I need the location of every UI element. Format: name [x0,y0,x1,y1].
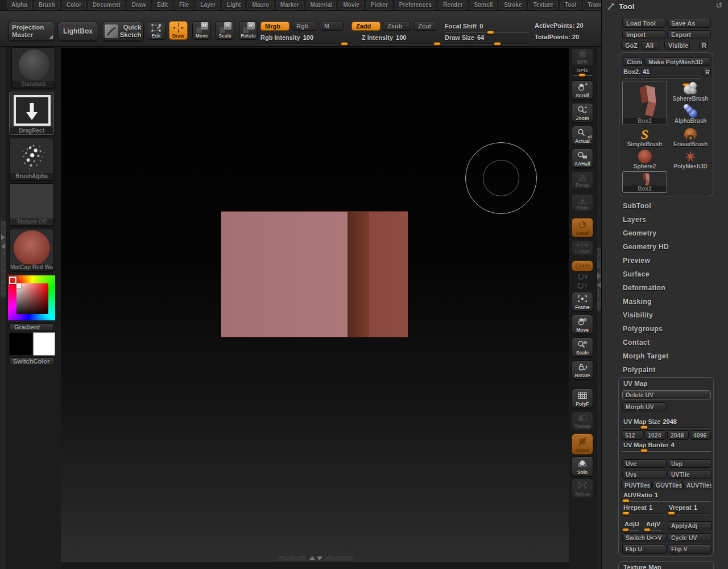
section-surface[interactable]: Surface [602,267,728,281]
floor-button[interactable]: Floor [572,194,593,212]
export-button[interactable]: Export [667,30,711,39]
auvtiles-button[interactable]: AUVTiles [683,481,712,489]
lightbox-button[interactable]: LightBox [57,22,98,41]
y-rotation-icon[interactable]: y [572,273,593,281]
uv-size-4096-button[interactable]: 4096 [690,430,711,440]
collapse-left-arrow-icon[interactable] [1,244,5,249]
menu-item-layer[interactable]: Layer [196,1,220,10]
make-polymesh3d-button[interactable]: Make PolyMesh3D [644,57,710,66]
texture-map-panel[interactable]: Texture Map [618,561,714,569]
section-polygroups[interactable]: Polygroups [602,322,728,336]
focal-shift-slider[interactable]: Focal Shift0 [445,23,529,31]
slider-knob[interactable] [640,449,648,452]
zcut-toggle[interactable]: Zcut [413,22,437,31]
collapse-left-arrow-icon[interactable] [597,282,601,288]
secondary-color-swatch[interactable] [34,333,55,355]
divider-texture[interactable] [325,556,353,560]
reset-icon[interactable]: ↺ [715,1,722,10]
spix-slider[interactable]: SPix [572,68,593,78]
mrgb-toggle[interactable]: Mrgb [260,22,289,31]
menu-item-edit[interactable]: Edit [152,1,172,10]
menu-item-draw[interactable]: Draw [127,1,150,10]
all-button[interactable]: All [642,41,659,50]
switch-uv-button[interactable]: Switch U<>V [622,533,667,542]
frame-button[interactable]: Frame [572,292,593,311]
current-stroke-dragrect[interactable]: DragRect [9,92,54,135]
scale-mode-button[interactable]: S Scale [216,21,234,40]
menu-item-macro[interactable]: Macro [247,1,273,10]
section-deformation[interactable]: Deformation [602,281,728,295]
right-divider-strip[interactable] [596,47,601,569]
local-button[interactable]: Local [572,218,593,237]
current-alpha-brushalpha[interactable]: BrushAlpha [9,138,54,180]
uvtile-button[interactable]: UVTile [668,470,712,479]
scroll-button[interactable]: Scroll [572,80,593,100]
adju-slider[interactable]: AdjU [624,521,639,527]
expand-right-arrow-icon[interactable] [1,234,5,240]
tool-thumbnail-sphere2[interactable]: Sphere2 [622,149,667,170]
hrepeat-slider[interactable]: Hrepeat1 [623,504,652,511]
zadd-toggle[interactable]: Zadd [351,22,380,31]
tool-thumbnail-box2-recent[interactable]: Box2 [622,171,667,193]
divider-texture[interactable] [1,221,6,298]
collapse-down-arrow-icon[interactable] [317,556,322,560]
box2-mesh[interactable] [221,211,408,337]
main-color-swatch[interactable] [9,333,32,355]
menu-item-tool[interactable]: Tool [560,1,581,10]
tool-thumbnail-polymesh3d[interactable]: PolyMesh3D [669,149,712,170]
canvas-bottom-divider[interactable] [61,555,569,561]
section-morph-target[interactable]: Morph Target [602,349,728,363]
draw-size-slider[interactable]: Draw Size64 [445,34,529,42]
cycle-uv-button[interactable]: Cycle UV [668,533,712,542]
morph-uv-button[interactable]: Morph UV [622,402,667,411]
current-tool-r-button[interactable]: R [702,68,711,76]
tool-thumbnail-simplebrush[interactable]: S SimpleBrush [622,126,667,148]
save-as-button[interactable]: Save As [667,19,711,28]
lsym-button[interactable]: L.Sym [572,241,593,255]
slider-knob[interactable] [622,499,630,502]
quick-sketch-button[interactable]: Quick Sketch [102,22,144,41]
uv-size-1024-button[interactable]: 1024 [644,430,666,440]
menu-item-file[interactable]: File [175,1,193,10]
rotate-mode-button[interactable]: R Rotate [239,21,258,40]
aahalf-button[interactable]: AAHalf [572,149,593,168]
bpr-button[interactable]: BPR [572,48,593,66]
persp-button[interactable]: Persp [572,171,593,189]
uvp-button[interactable]: Uvp [668,459,712,468]
menu-item-preferences[interactable]: Preferences [395,1,436,10]
zsub-toggle[interactable]: Zsub [383,22,411,31]
auvratio-slider[interactable]: AUVRatio1 [623,492,658,498]
switch-color-button[interactable]: SwitchColor [9,357,55,365]
uv-map-size-slider[interactable]: UV Map Size2048 [623,418,677,425]
draw-mode-button[interactable]: Draw [169,21,188,40]
section-contact[interactable]: Contact [602,336,728,349]
projection-master-button[interactable]: Projection Master [8,22,55,41]
color-selector-handle[interactable] [16,283,21,288]
uv-size-512-button[interactable]: 512 [622,430,643,440]
document-canvas[interactable] [61,48,569,562]
vrepeat-slider[interactable]: Vrepeat1 [669,504,697,511]
menu-item-stroke[interactable]: Stroke [499,1,526,10]
menu-item-render[interactable]: Render [439,1,467,10]
rgb-intensity-slider[interactable]: Rgb Intensity100 [260,34,351,42]
move-button[interactable]: Move [572,315,593,334]
divider-texture[interactable] [278,556,306,560]
menu-item-alpha[interactable]: Alpha [7,1,32,10]
applyadj-button[interactable]: ApplyAdj [668,521,712,530]
section-layers[interactable]: Layers [602,213,728,226]
edit-mode-button[interactable]: Edit [147,21,166,40]
solo-button[interactable]: Solo [572,456,593,476]
menu-item-stencil[interactable]: Stencil [470,1,498,10]
tool-thumbnail-box2-large[interactable]: Box2 [622,81,667,125]
section-preview[interactable]: Preview [602,254,728,267]
m-toggle[interactable]: M [320,22,344,31]
tool-thumbnail-spherebrush[interactable]: SphereBrush [669,81,712,102]
menu-item-light[interactable]: Light [222,1,245,10]
box-edge-face[interactable] [348,212,369,337]
menu-item-brush[interactable]: Brush [34,1,60,10]
flip-u-button[interactable]: Flip U [622,545,667,554]
slider-knob[interactable] [433,42,441,46]
section-polypaint[interactable]: Polypaint [602,363,728,377]
uv-size-2048-button[interactable]: 2048 [667,430,689,440]
slider-knob[interactable] [622,512,630,515]
